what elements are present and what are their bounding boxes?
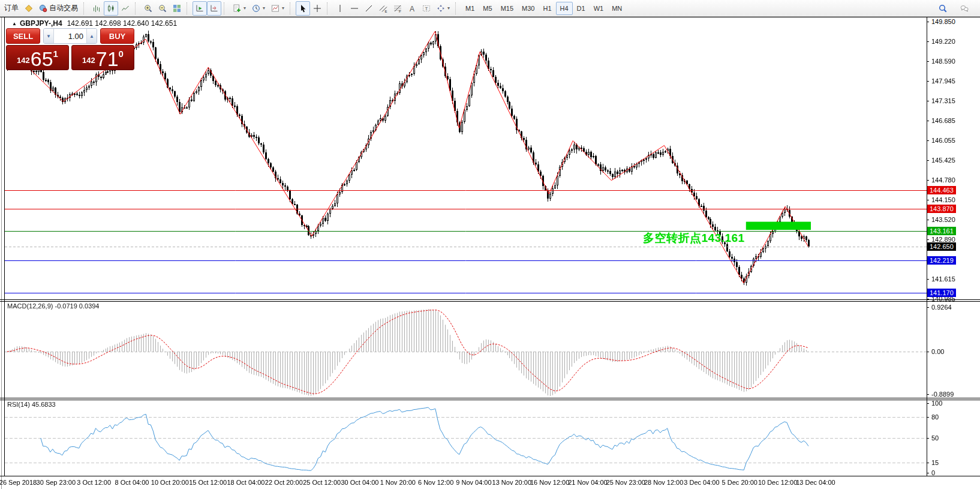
price-axis-label: 146.055 [931,137,955,144]
zoom-in-button[interactable] [141,1,155,16]
timeframe-mn[interactable]: MN [608,2,626,15]
chevron-down-icon: ▾ [282,5,284,11]
main-chart-canvas[interactable] [0,17,927,299]
price-axis-label: 142.890 [931,236,955,243]
one-click-trading-panel: SELL ▼ ▲ BUY 142 65 1 142 71 0 [6,28,134,70]
date-axis-label: 30 Oct 04:00 [341,479,378,486]
chat-button[interactable] [957,1,972,16]
bar-chart-mode-button[interactable] [89,1,104,16]
buy-price-main: 71 [96,50,119,68]
svg-text:T: T [425,6,428,11]
templates-button[interactable]: ▾ [268,1,287,16]
search-button[interactable] [936,1,950,16]
date-axis-label: 6 Nov 12:00 [418,479,453,486]
timeframe-h1[interactable]: H1 [539,2,555,15]
timeframe-w1[interactable]: W1 [590,2,608,15]
toolbar-separator [455,2,459,14]
date-axis-label: 25 Nov 23:00 [606,479,645,486]
svg-text:E: E [385,9,387,13]
sell-button[interactable]: SELL [6,28,40,44]
rsi-axis-label: 100 [931,400,942,407]
pane-separator[interactable] [0,398,980,398]
equidistant-channel-tool-button[interactable]: E [376,1,390,16]
date-axis-label: 10 Oct 20:00 [151,479,189,486]
candlestick-mode-button[interactable] [104,1,118,16]
price-badge: 143.870 [927,205,956,213]
price-axis-tick [927,140,929,141]
ohlc-values: 142.691 142.698 142.640 142.651 [67,19,178,28]
date-axis-label: 15 Oct 12:00 [189,479,227,486]
new-order-button[interactable]: 订单 [1,1,22,16]
text-tool-button[interactable]: A [405,1,419,16]
timeframe-m5[interactable]: M5 [479,2,496,15]
vertical-line-tool-button[interactable] [333,1,347,16]
timeframe-h4[interactable]: H4 [556,2,573,15]
price-axis-label: 147.945 [931,77,955,85]
buy-button[interactable]: BUY [100,28,134,44]
market-depth-button[interactable] [22,1,36,16]
trendline-tool-icon [365,4,373,13]
rsi-pane-canvas[interactable] [0,400,927,476]
price-axis-label: 145.425 [931,157,955,164]
price-axis-tick [927,180,929,181]
templates-icon [271,4,279,13]
tile-windows-button[interactable] [170,1,184,16]
chart-frame-top [0,17,980,17]
trendline-tool-button[interactable] [362,1,376,16]
pane-separator[interactable] [0,400,980,400]
periods-button[interactable]: ▾ [249,1,268,16]
price-axis-tick [927,160,929,161]
timeframe-m1[interactable]: M1 [461,2,479,15]
horizontal-line-tool-button[interactable] [347,1,362,16]
pane-separator[interactable] [0,299,980,300]
svg-text:F: F [399,9,401,13]
price-axis-label: 148.590 [931,58,955,65]
new-order-label: 订单 [4,3,19,13]
volume-spinner: ▼ ▲ [43,28,97,44]
price-axis-label: 147.315 [931,97,955,104]
chevron-up-icon: ▲ [89,34,94,39]
auto-trading-button[interactable]: 自动交易 [36,1,81,16]
auto-scroll-icon [196,4,204,13]
arrows-tool-button[interactable]: ▾ [434,1,453,16]
cursor-tool-icon [299,4,307,13]
price-axis-label: 149.850 [931,18,955,25]
volume-input[interactable] [54,29,86,43]
date-axis-label: 25 Oct 12:00 [303,479,341,486]
toolbar-right-group [936,1,980,16]
label-tool-button[interactable]: T [419,1,434,16]
search-icon [939,4,947,13]
macd-axis-tick [927,394,929,395]
price-axis-tick [927,41,929,42]
sell-price-display[interactable]: 142 65 1 [6,45,69,70]
toolbar-separator [290,2,294,14]
rsi-axis-tick [927,438,929,439]
chart-frame-left [4,17,5,476]
auto-scroll-button[interactable] [193,1,207,16]
timeframe-m15[interactable]: M15 [497,2,518,15]
chart-shift-button[interactable] [207,1,221,16]
volume-decrease-button[interactable]: ▼ [44,29,54,43]
buy-price-display[interactable]: 142 71 0 [71,45,134,70]
cursor-tool-button[interactable] [296,1,310,16]
date-axis-label: 3 Dec 04:00 [684,479,719,486]
equidistant-channel-tool-icon: E [379,4,387,13]
timeframe-m30[interactable]: M30 [518,2,539,15]
price-badge: 141.170 [927,289,956,297]
price-axis-tick [927,299,929,299]
timeframe-d1[interactable]: D1 [573,2,590,15]
volume-increase-button[interactable]: ▲ [86,29,97,43]
line-chart-mode-button[interactable] [118,1,133,16]
collapse-marker-icon[interactable]: ▲ [12,21,17,26]
pane-separator[interactable] [0,301,980,302]
macd-axis-label: 0.9264 [931,304,952,311]
price-axis-tick [927,239,929,240]
macd-axis-tick [927,352,929,352]
line-chart-mode-icon [121,4,130,13]
zoom-out-button[interactable] [155,1,170,16]
macd-pane-canvas[interactable] [0,301,927,398]
indicators-list-button[interactable]: ▾ [230,1,249,16]
vertical-line-tool-icon [336,4,344,13]
fibonacci-tool-button[interactable]: F [390,1,405,16]
crosshair-tool-button[interactable] [310,1,324,16]
